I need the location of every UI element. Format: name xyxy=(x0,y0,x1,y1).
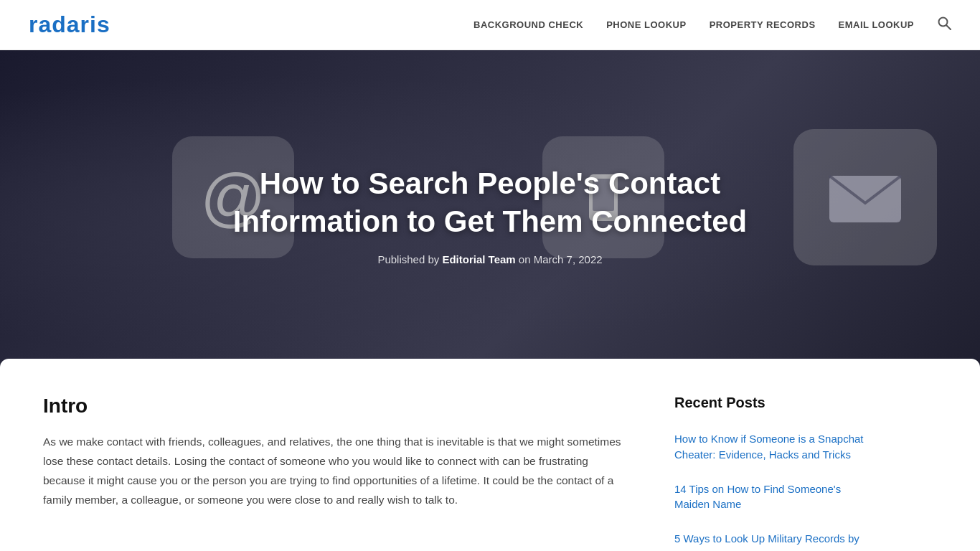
sidebar-post-3[interactable]: 5 Ways to Look Up Military Records by xyxy=(674,524,875,551)
sidebar-post-2[interactable]: 14 Tips on How to Find Someone's Maiden … xyxy=(674,474,875,520)
intro-heading: Intro xyxy=(43,395,631,418)
hero-title: How to Search People's Contact Informati… xyxy=(196,165,784,240)
sidebar-post-1[interactable]: How to Know if Someone is a Snapchat Che… xyxy=(674,424,875,470)
sidebar-posts-list: How to Know if Someone is a Snapchat Che… xyxy=(674,424,875,551)
svg-line-1 xyxy=(947,26,951,30)
site-header: radaris BACKGROUND CHECK PHONE LOOKUP PR… xyxy=(0,0,980,50)
svg-point-0 xyxy=(939,18,948,27)
site-logo[interactable]: radaris xyxy=(29,11,110,38)
hero-content: How to Search People's Contact Informati… xyxy=(182,165,798,265)
hero-meta-prefix: Published by xyxy=(377,253,442,265)
mail-icon xyxy=(793,129,937,265)
sidebar: Recent Posts How to Know if Someone is a… xyxy=(674,395,875,551)
hero-meta-author: Editorial Team xyxy=(442,253,515,265)
article-body: Intro As we make contact with friends, c… xyxy=(43,395,631,551)
sidebar-title: Recent Posts xyxy=(674,395,875,411)
nav-background-check[interactable]: BACKGROUND CHECK xyxy=(473,19,583,30)
hero-meta-suffix: on March 7, 2022 xyxy=(516,253,603,265)
intro-text: As we make contact with friends, colleag… xyxy=(43,432,631,510)
main-nav: BACKGROUND CHECK PHONE LOOKUP PROPERTY R… xyxy=(473,16,951,34)
nav-phone-lookup[interactable]: PHONE LOOKUP xyxy=(606,19,686,30)
hero-section: @ How to Search People's Contact Informa… xyxy=(0,50,980,380)
main-content: Intro As we make contact with friends, c… xyxy=(0,359,980,551)
search-icon[interactable] xyxy=(937,16,951,34)
nav-email-lookup[interactable]: EMAIL LOOKUP xyxy=(839,19,914,30)
nav-property-records[interactable]: PROPERTY RECORDS xyxy=(710,19,816,30)
hero-meta: Published by Editorial Team on March 7, … xyxy=(196,253,784,265)
